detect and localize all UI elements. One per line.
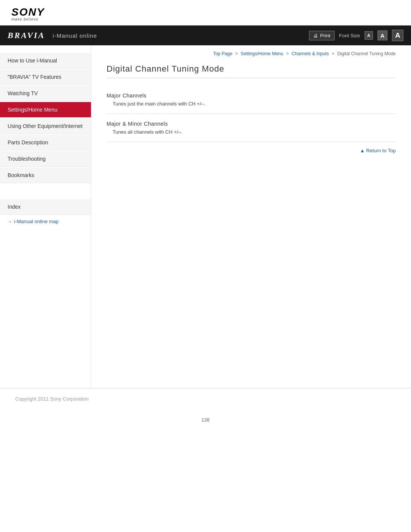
nav-bar: BRAVIA i-Manual online 🖨 Print Font Size…: [0, 26, 411, 45]
breadcrumb-sep1: >: [235, 51, 238, 56]
return-top-arrow-icon: ▲: [360, 148, 366, 153]
content-area: Top Page > Settings/Home Menu > Channels…: [91, 45, 411, 388]
sidebar-item-7[interactable]: Bookmarks: [0, 168, 91, 183]
print-button[interactable]: 🖨 Print: [309, 31, 335, 40]
nav-bar-left: BRAVIA i-Manual online: [8, 30, 97, 40]
return-to-top[interactable]: ▲ Return to Top: [107, 142, 396, 159]
breadcrumb-sep3: >: [332, 51, 335, 56]
bravia-logo: BRAVIA: [8, 30, 45, 40]
sidebar-item-3[interactable]: Settings/Home Menu: [0, 102, 91, 118]
breadcrumb-sep2: >: [286, 51, 289, 56]
main-layout: How to Use i-Manual"BRAVIA" TV FeaturesW…: [0, 45, 411, 388]
breadcrumb-current: Digital Channel Tuning Mode: [337, 51, 396, 56]
sidebar-item-0[interactable]: How to Use i-Manual: [0, 53, 91, 69]
breadcrumb-settings[interactable]: Settings/Home Menu: [241, 51, 283, 56]
nav-bar-right: 🖨 Print Font Size A A A: [309, 30, 403, 41]
sidebar-item-2[interactable]: Watching TV: [0, 86, 91, 101]
sony-tagline: make.believe: [11, 18, 400, 21]
online-map-label: i-Manual online map: [14, 219, 59, 224]
return-top-label: Return to Top: [366, 148, 396, 153]
breadcrumb-top-page[interactable]: Top Page: [213, 51, 233, 56]
footer: Copyright 2011 Sony Corporation: [0, 388, 411, 409]
nav-title: i-Manual online: [53, 32, 97, 39]
sony-logo: SONY make.believe: [11, 7, 400, 21]
sidebar-item-1[interactable]: "BRAVIA" TV Features: [0, 69, 91, 85]
sony-text: SONY: [11, 7, 400, 18]
sidebar-item-5[interactable]: Parts Description: [0, 135, 91, 150]
section-desc-0: Tunes just the main channels with CH +/–…: [107, 101, 396, 107]
font-small-button[interactable]: A: [365, 31, 373, 40]
breadcrumb-channels[interactable]: Channels & Inputs: [292, 51, 329, 56]
print-icon: 🖨: [313, 33, 318, 38]
section-0: Major ChannelsTunes just the main channe…: [107, 86, 396, 114]
arrow-icon: →: [8, 219, 12, 224]
section-desc-1: Tunes all channels with CH +/–.: [107, 129, 396, 135]
sidebar-item-6[interactable]: Troubleshooting: [0, 151, 91, 167]
font-large-button[interactable]: A: [392, 30, 403, 41]
print-label: Print: [320, 33, 330, 38]
top-bar: SONY make.believe: [0, 0, 411, 26]
breadcrumb: Top Page > Settings/Home Menu > Channels…: [107, 51, 396, 56]
section-title-0: Major Channels: [107, 93, 396, 99]
page-number: 138: [0, 409, 411, 430]
sidebar-item-4[interactable]: Using Other Equipment/Internet: [0, 118, 91, 134]
sidebar: How to Use i-Manual"BRAVIA" TV FeaturesW…: [0, 45, 91, 388]
font-medium-button[interactable]: A: [378, 30, 387, 40]
sidebar-item-index[interactable]: Index: [0, 199, 91, 215]
copyright-text: Copyright 2011 Sony Corporation: [15, 396, 89, 402]
sections-container: Major ChannelsTunes just the main channe…: [107, 86, 396, 142]
section-title-1: Major & Minor Channels: [107, 121, 396, 127]
sidebar-online-map-link[interactable]: → i-Manual online map: [0, 215, 91, 228]
page-title: Digital Channel Tuning Mode: [107, 64, 396, 78]
section-1: Major & Minor ChannelsTunes all channels…: [107, 114, 396, 142]
font-size-label: Font Size: [339, 33, 360, 38]
